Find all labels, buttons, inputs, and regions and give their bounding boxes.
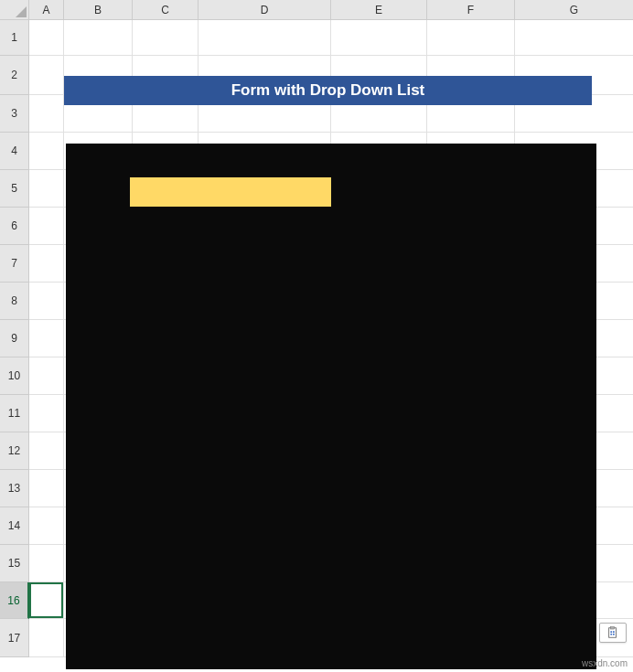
cell[interactable]	[29, 208, 64, 245]
col-header-C[interactable]: C	[133, 0, 198, 20]
row-header-10[interactable]: 10	[0, 357, 29, 395]
cell[interactable]	[29, 507, 64, 545]
cell[interactable]	[29, 133, 64, 170]
row-header-16[interactable]: 16	[0, 582, 29, 619]
cell[interactable]	[198, 20, 331, 56]
cell[interactable]	[29, 357, 64, 395]
cell[interactable]	[29, 170, 64, 208]
cell[interactable]	[29, 395, 64, 432]
cell[interactable]	[133, 20, 198, 56]
cell[interactable]	[427, 20, 515, 56]
row-header-12[interactable]: 12	[0, 432, 29, 470]
title-banner: Form with Drop Down List	[64, 76, 592, 105]
svg-rect-5	[613, 634, 615, 635]
col-header-B[interactable]: B	[64, 0, 133, 20]
cell[interactable]	[29, 582, 64, 619]
select-all-corner[interactable]	[0, 0, 29, 20]
cell[interactable]	[29, 56, 64, 95]
row-header-11[interactable]: 11	[0, 395, 29, 432]
paste-options-button[interactable]	[599, 623, 627, 643]
row-header-13[interactable]: 13	[0, 470, 29, 507]
column-section: ABCDEFG Form with Drop Down List	[29, 0, 633, 672]
watermark: wsxdn.com	[582, 658, 628, 668]
cell[interactable]	[29, 320, 64, 357]
row-header-5[interactable]: 5	[0, 170, 29, 208]
column-headers-row: ABCDEFG	[29, 0, 633, 20]
cell[interactable]	[29, 245, 64, 283]
row-header-9[interactable]: 9	[0, 320, 29, 357]
row-header-14[interactable]: 14	[0, 507, 29, 545]
svg-rect-2	[610, 631, 612, 633]
cell[interactable]	[64, 20, 133, 56]
row-header-7[interactable]: 7	[0, 245, 29, 283]
row-header-15[interactable]: 15	[0, 545, 29, 582]
row-header-6[interactable]: 6	[0, 208, 29, 245]
svg-rect-4	[610, 634, 612, 635]
row-header-4[interactable]: 4	[0, 133, 29, 170]
row-header-8[interactable]: 8	[0, 283, 29, 320]
cell[interactable]	[515, 20, 633, 56]
cell[interactable]	[29, 95, 64, 133]
col-header-D[interactable]: D	[198, 0, 331, 20]
col-header-F[interactable]: F	[427, 0, 515, 20]
cell[interactable]	[331, 20, 427, 56]
cell[interactable]	[29, 545, 64, 582]
clipboard-icon	[606, 626, 619, 639]
row-header-3[interactable]: 3	[0, 95, 29, 133]
col-header-A[interactable]: A	[29, 0, 64, 20]
cell[interactable]	[29, 432, 64, 470]
svg-rect-1	[610, 626, 614, 629]
svg-rect-0	[609, 628, 617, 638]
spreadsheet-grid: 1234567891011121314151617 ABCDEFG Form w…	[0, 0, 633, 672]
cell[interactable]	[29, 619, 64, 657]
row-header-2[interactable]: 2	[0, 56, 29, 95]
svg-rect-3	[613, 631, 615, 633]
col-header-E[interactable]: E	[331, 0, 427, 20]
cells-area[interactable]: Form with Drop Down List	[29, 20, 633, 672]
title-banner-text: Form with Drop Down List	[231, 81, 425, 100]
col-header-G[interactable]: G	[515, 0, 633, 20]
row-header-17[interactable]: 17	[0, 619, 29, 657]
cell-row	[29, 20, 633, 56]
form-panel	[66, 144, 596, 669]
cell[interactable]	[29, 283, 64, 320]
cell[interactable]	[29, 20, 64, 56]
row-header-1[interactable]: 1	[0, 20, 29, 56]
cell[interactable]	[29, 470, 64, 507]
form-highlighted-field[interactable]	[130, 177, 331, 207]
row-headers-column: 1234567891011121314151617	[0, 0, 29, 672]
